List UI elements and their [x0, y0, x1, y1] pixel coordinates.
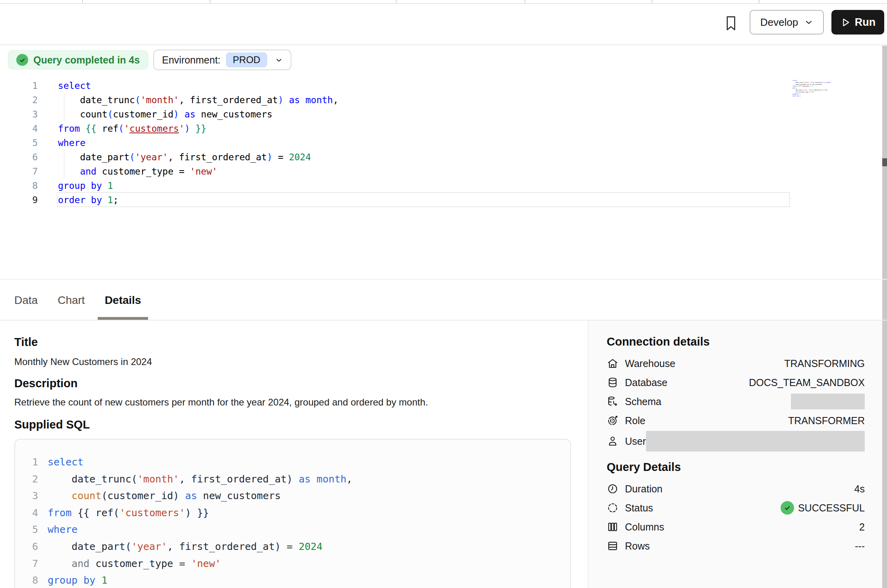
line-number: 1	[0, 79, 38, 93]
columns-icon	[607, 521, 620, 533]
line-number: 5	[0, 136, 38, 150]
code-text: order by 1;	[793, 95, 801, 97]
code-line: 1select	[15, 454, 570, 471]
detail-label: Columns	[625, 521, 664, 533]
detail-label: Schema	[625, 396, 661, 407]
detail-row-columns: Columns2	[607, 517, 865, 536]
code-text: from {{ ref('customers') }}	[48, 507, 209, 519]
detail-value: 2	[859, 521, 865, 533]
line-number: 6	[0, 150, 38, 164]
title-value: Monthly New Customers in 2024	[14, 356, 152, 367]
connection-details-rows: WarehouseTRANSFORMINGDatabaseDOCS_TEAM_S…	[607, 354, 865, 452]
scrollbar-thumb[interactable]	[882, 158, 887, 166]
supplied-sql-code: 1select2 date_trunc('month', first_order…	[15, 454, 570, 588]
sql-editor[interactable]: 1select2 date_trunc('month', first_order…	[0, 79, 790, 207]
duration-icon	[607, 483, 620, 495]
code-line: 7 and customer_type = 'new'	[15, 555, 570, 573]
code-text: where	[793, 88, 796, 89]
code-line[interactable]: 7 and customer_type = 'new'	[0, 164, 790, 179]
code-text: group by 1	[793, 93, 800, 95]
tab-separator	[396, 0, 397, 3]
code-line[interactable]: 1select	[0, 79, 790, 93]
line-number: 5	[15, 521, 38, 538]
code-text: date_part('year', first_ordered_at) = 20…	[48, 541, 322, 552]
supplied-sql-card: 1select2 date_trunc('month', first_order…	[14, 439, 571, 588]
develop-label: Develop	[760, 16, 798, 29]
rows-icon	[607, 540, 620, 552]
detail-label: Duration	[625, 483, 663, 495]
code-line[interactable]: 9order by 1;	[0, 193, 790, 207]
tab-separator	[524, 0, 525, 3]
code-line: 5where	[15, 521, 570, 538]
scrollbar-track[interactable]	[882, 46, 887, 588]
run-button[interactable]: Run	[831, 10, 884, 35]
code-text: date_part('year', first_ordered_at) = 20…	[793, 90, 827, 91]
code-line[interactable]: 5where	[0, 136, 790, 150]
line-number: 3	[15, 488, 38, 505]
tab-chart[interactable]: Chart	[58, 280, 85, 320]
code-text: select	[58, 81, 91, 91]
top-tab-strip	[0, 0, 887, 4]
results-tabs: DataChartDetails	[0, 280, 141, 320]
detail-label: Status	[625, 502, 653, 514]
detail-row-role: RoleTRANSFORMER	[607, 411, 865, 430]
line-number: 9	[0, 193, 38, 207]
success-check-icon	[781, 501, 794, 515]
detail-label: Database	[625, 377, 667, 388]
code-line[interactable]: 8group by 1	[0, 179, 790, 193]
tab-data[interactable]: Data	[14, 280, 38, 320]
code-line[interactable]: 4from {{ ref('customers') }}	[0, 121, 790, 136]
code-text: and customer_type = 'new'	[793, 91, 814, 93]
environment-selector[interactable]: Environment: PROD	[153, 50, 291, 70]
supplied-sql-heading: Supplied SQL	[14, 418, 90, 431]
description-value: Retrieve the count of new customers per …	[14, 397, 546, 408]
app-root: Develop Run Query completed in 4s Enviro…	[0, 0, 887, 588]
code-line[interactable]: 6 date_part('year', first_ordered_at) = …	[0, 150, 790, 164]
tab-separator	[759, 0, 760, 3]
line-number: 4	[15, 505, 38, 522]
code-line: 2 date_trunc('month', first_ordered_at) …	[15, 471, 570, 488]
code-line: 6 date_part('year', first_ordered_at) = …	[15, 538, 570, 555]
line-number: 7	[0, 164, 38, 179]
bookmark-button[interactable]	[722, 14, 740, 34]
detail-label: Role	[625, 415, 645, 427]
tab-details[interactable]: Details	[105, 280, 141, 320]
code-text: from {{ ref('customers') }}	[58, 123, 206, 134]
schema-icon	[607, 396, 620, 407]
line-number: 4	[0, 121, 38, 136]
chevron-down-icon	[804, 18, 813, 27]
detail-value: 4s	[854, 483, 865, 495]
detail-row-user: User	[607, 430, 865, 452]
detail-label: Warehouse	[625, 358, 675, 369]
chevron-down-icon	[275, 56, 283, 64]
detail-row-schema: Schema	[607, 392, 865, 411]
code-line: 9order by 1;	[793, 95, 835, 97]
code-line: 4from {{ ref('customers') }}	[15, 505, 570, 522]
detail-value: ---	[855, 540, 865, 552]
code-line: 8group by 1	[15, 572, 570, 588]
line-number: 8	[15, 572, 38, 588]
code-text: count(customer_id) as new_customers	[58, 109, 272, 119]
code-text: date_trunc('month', first_ordered_at) as…	[793, 82, 831, 83]
detail-row-rows: Rows---	[607, 536, 865, 555]
code-line[interactable]: 3 count(customer_id) as new_customers	[0, 107, 790, 121]
detail-row-duration: Duration4s	[607, 479, 865, 498]
connection-details-heading: Connection details	[607, 321, 865, 348]
editor-minimap[interactable]: 1select2 date_trunc('month', first_order…	[793, 79, 835, 99]
code-line: 3 count(customer_id) as new_customers	[15, 488, 570, 505]
code-text: where	[58, 138, 85, 148]
code-text: and customer_type = 'new'	[48, 558, 221, 569]
code-text: group by 1	[48, 575, 108, 586]
details-side-panel: Connection details WarehouseTRANSFORMING…	[588, 321, 882, 588]
develop-menu-button[interactable]: Develop	[750, 10, 824, 35]
code-line[interactable]: 2 date_trunc('month', first_ordered_at) …	[0, 93, 790, 107]
code-text: select	[48, 456, 83, 468]
detail-value: SUCCESSFUL	[781, 501, 865, 515]
redacted-value	[791, 394, 865, 409]
detail-row-status: StatusSUCCESSFUL	[607, 498, 865, 517]
detail-label: Rows	[625, 540, 650, 552]
detail-value: DOCS_TEAM_SANDBOX	[749, 377, 865, 388]
line-number: 7	[15, 555, 38, 573]
warehouse-icon	[607, 357, 620, 369]
indent-guide	[64, 150, 64, 164]
